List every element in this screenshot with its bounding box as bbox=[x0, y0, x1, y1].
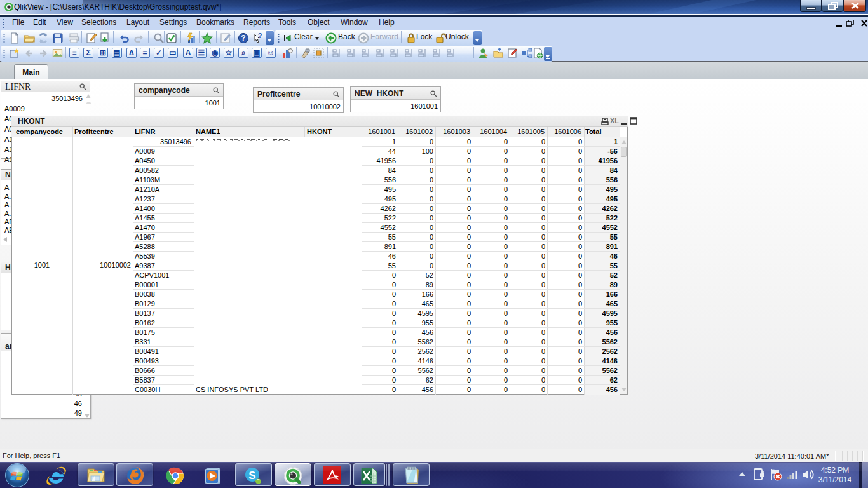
svg-text:?: ? bbox=[258, 32, 262, 39]
svg-text:?: ? bbox=[241, 34, 245, 43]
svg-text:S: S bbox=[248, 470, 255, 482]
